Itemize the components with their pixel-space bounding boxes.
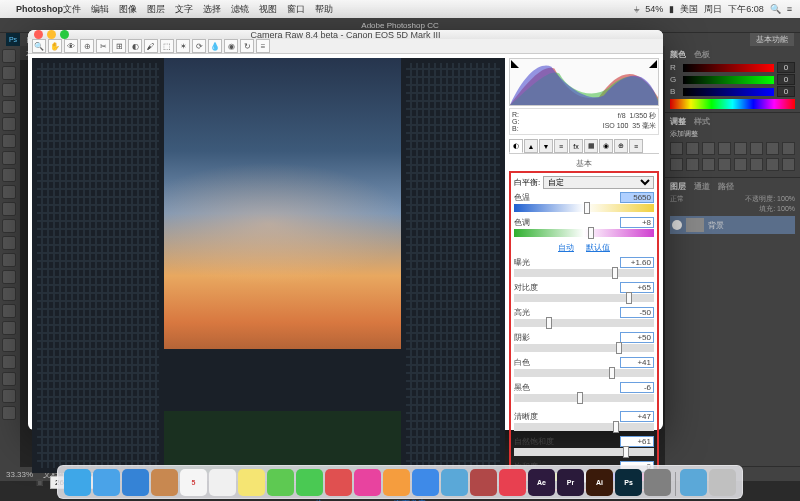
dock-calendar[interactable]: 5: [180, 469, 207, 496]
adjust-icon-10[interactable]: [702, 158, 715, 171]
menu-选择[interactable]: 选择: [203, 3, 221, 16]
highlights-value[interactable]: -50: [620, 307, 654, 318]
wb-select[interactable]: 自定: [543, 176, 654, 189]
cr-tool-8[interactable]: ⬚: [160, 39, 174, 53]
ps-tool-12[interactable]: [2, 253, 16, 267]
dock-trash[interactable]: [709, 469, 736, 496]
whites-value[interactable]: +41: [620, 357, 654, 368]
menu-文字[interactable]: 文字: [175, 3, 193, 16]
adjust-icon-13[interactable]: [750, 158, 763, 171]
cr-tool-10[interactable]: ⟳: [192, 39, 206, 53]
shadow-clip-icon[interactable]: [511, 60, 519, 68]
shadows-slider[interactable]: [514, 344, 654, 352]
ps-tool-15[interactable]: [2, 304, 16, 318]
cr-tool-2[interactable]: 👁: [64, 39, 78, 53]
adjust-icon-14[interactable]: [766, 158, 779, 171]
cr-tool-0[interactable]: 🔍: [32, 39, 46, 53]
ps-tool-20[interactable]: [2, 389, 16, 403]
ps-tool-10[interactable]: [2, 219, 16, 233]
input-locale[interactable]: 美国: [680, 3, 698, 16]
adjust-icon-8[interactable]: [670, 158, 683, 171]
cr-tab-6[interactable]: ◉: [599, 139, 613, 153]
blacks-slider[interactable]: [514, 394, 654, 402]
ps-tool-19[interactable]: [2, 372, 16, 386]
ps-toolbox[interactable]: [0, 46, 20, 467]
adjust-icon-0[interactable]: [670, 142, 683, 155]
adjust-icon-9[interactable]: [686, 158, 699, 171]
cr-tool-7[interactable]: 🖌: [144, 39, 158, 53]
menu-视图[interactable]: 视图: [259, 3, 277, 16]
cr-tab-7[interactable]: ⊕: [614, 139, 628, 153]
dock-dict[interactable]: [470, 469, 497, 496]
cr-tool-5[interactable]: ⊞: [112, 39, 126, 53]
ps-tool-1[interactable]: [2, 66, 16, 80]
vibrance-slider[interactable]: [514, 448, 654, 456]
clarity-value[interactable]: +47: [620, 411, 654, 422]
ps-tool-6[interactable]: [2, 151, 16, 165]
ps-tool-2[interactable]: [2, 83, 16, 97]
r-slider[interactable]: [683, 64, 774, 72]
dock-notes[interactable]: [238, 469, 265, 496]
dock-messages[interactable]: [267, 469, 294, 496]
ps-tool-4[interactable]: [2, 117, 16, 131]
macos-menubar[interactable]: Photoshop 文件编辑图像图层文字选择滤镜视图窗口帮助 ⏚ 54% ▮ 美…: [0, 0, 800, 18]
dock-mail[interactable]: [122, 469, 149, 496]
eye-icon[interactable]: [672, 220, 682, 230]
menu-图层[interactable]: 图层: [147, 3, 165, 16]
spotlight-icon[interactable]: 🔍: [770, 4, 781, 14]
dock-contacts[interactable]: [151, 469, 178, 496]
ps-tool-21[interactable]: [2, 406, 16, 420]
adjust-icon-7[interactable]: [782, 142, 795, 155]
adjust-icon-11[interactable]: [718, 158, 731, 171]
menu-帮助[interactable]: 帮助: [315, 3, 333, 16]
cr-tool-13[interactable]: ↻: [240, 39, 254, 53]
blacks-value[interactable]: -6: [620, 382, 654, 393]
macos-dock[interactable]: 5AePrAiPs: [57, 465, 743, 499]
spectrum[interactable]: [670, 99, 795, 109]
adjust-icon-15[interactable]: [782, 158, 795, 171]
cr-tab-1[interactable]: ▲: [524, 139, 538, 153]
highlight-clip-icon[interactable]: [649, 60, 657, 68]
adjust-icon-3[interactable]: [718, 142, 731, 155]
menu-文件[interactable]: 文件: [63, 3, 81, 16]
cr-tool-14[interactable]: ≡: [256, 39, 270, 53]
dock-facetime[interactable]: [296, 469, 323, 496]
tint-value[interactable]: +8: [620, 217, 654, 228]
adjust-icon-6[interactable]: [766, 142, 779, 155]
ps-tool-11[interactable]: [2, 236, 16, 250]
contrast-slider[interactable]: [514, 294, 654, 302]
cr-tool-9[interactable]: ✶: [176, 39, 190, 53]
histogram[interactable]: [509, 58, 659, 106]
ps-tool-8[interactable]: [2, 185, 16, 199]
clarity-slider[interactable]: [514, 423, 654, 431]
cr-tool-12[interactable]: ◉: [224, 39, 238, 53]
adjust-icon-2[interactable]: [702, 142, 715, 155]
cr-tab-8[interactable]: ≡: [629, 139, 643, 153]
cr-tool-1[interactable]: ✋: [48, 39, 62, 53]
dock-ps[interactable]: Ps: [615, 469, 642, 496]
highlights-slider[interactable]: [514, 319, 654, 327]
cr-panel-tabs[interactable]: ◐▲▼≡fx▦◉⊕≡: [509, 139, 659, 154]
cr-tab-4[interactable]: fx: [569, 139, 583, 153]
cr-tool-6[interactable]: ◐: [128, 39, 142, 53]
ps-tool-9[interactable]: [2, 202, 16, 216]
menu-滤镜[interactable]: 滤镜: [231, 3, 249, 16]
ps-tool-18[interactable]: [2, 355, 16, 369]
dock-photobooth[interactable]: [325, 469, 352, 496]
dock-appstore[interactable]: [412, 469, 439, 496]
wifi-icon[interactable]: ⏚: [634, 4, 639, 14]
tint-slider[interactable]: [514, 229, 654, 237]
cr-toolbar[interactable]: 🔍✋👁⊕✂⊞◐🖌⬚✶⟳💧◉↻≡: [28, 39, 663, 54]
menu-窗口[interactable]: 窗口: [287, 3, 305, 16]
dock-ibooks[interactable]: [383, 469, 410, 496]
ps-tool-17[interactable]: [2, 338, 16, 352]
dock-pr[interactable]: Pr: [557, 469, 584, 496]
cr-titlebar[interactable]: Camera Raw 8.4 beta - Canon EOS 5D Mark …: [28, 30, 663, 39]
temp-slider[interactable]: [514, 204, 654, 212]
dock-preview[interactable]: [441, 469, 468, 496]
cr-tool-11[interactable]: 💧: [208, 39, 222, 53]
save-icon[interactable]: ▣: [36, 478, 44, 487]
auto-link[interactable]: 自动: [558, 242, 574, 253]
cr-tool-3[interactable]: ⊕: [80, 39, 94, 53]
ps-tool-16[interactable]: [2, 321, 16, 335]
